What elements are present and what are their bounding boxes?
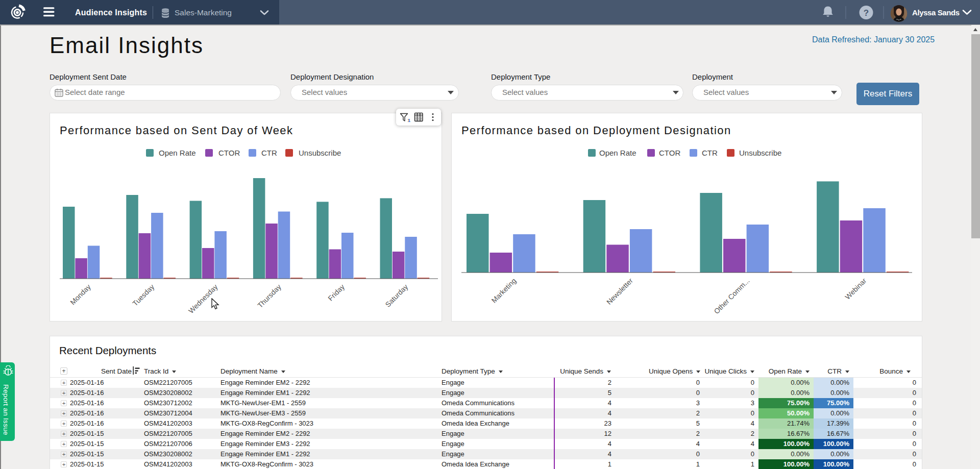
svg-text:?: ?	[864, 8, 869, 18]
svg-text:Marketing: Marketing	[490, 277, 518, 305]
svg-text:Other Comm...: Other Comm...	[712, 277, 751, 315]
svg-text:Monday: Monday	[68, 283, 92, 307]
svg-text:Friday: Friday	[326, 283, 346, 303]
svg-text:Saturday: Saturday	[383, 283, 409, 309]
svg-text:Thursday: Thursday	[256, 283, 283, 310]
svg-text:Webinar: Webinar	[843, 277, 868, 301]
svg-text:Newsletter: Newsletter	[605, 277, 634, 306]
svg-text:Tuesday: Tuesday	[131, 283, 156, 308]
svg-text:1: 1	[408, 118, 410, 123]
